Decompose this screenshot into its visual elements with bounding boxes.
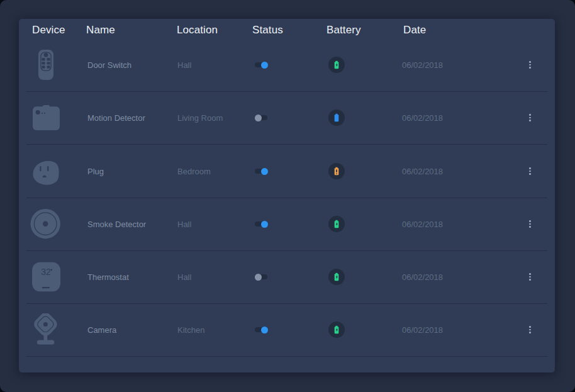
svg-text:32: 32 — [41, 267, 51, 277]
